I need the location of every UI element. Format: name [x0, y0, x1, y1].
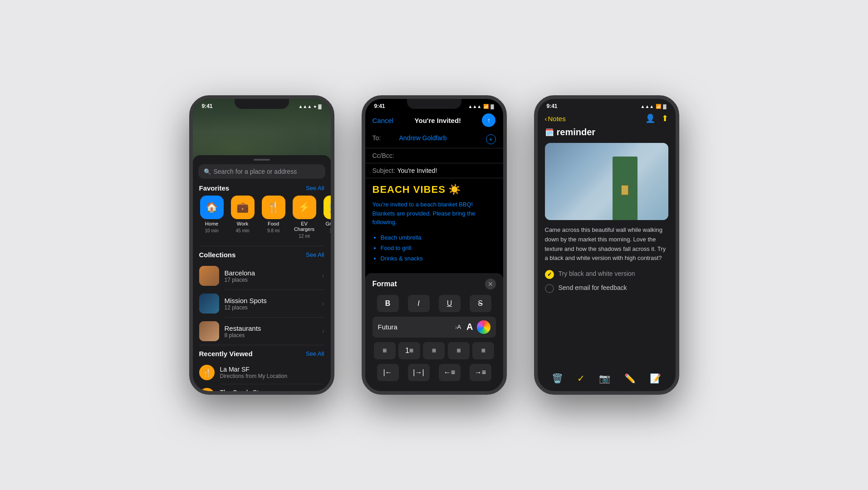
- color-picker-button[interactable]: [477, 320, 490, 334]
- panel-handle[interactable]: [254, 159, 270, 161]
- search-icon: 🔍: [204, 168, 211, 175]
- indent-left-button[interactable]: |←: [377, 364, 399, 381]
- ccbcc-label: Cc/Bcc:: [373, 152, 397, 159]
- collections-title: Collections: [199, 251, 236, 259]
- favorite-ev-chargers[interactable]: ⚡ EV Chargers 12 mi: [292, 196, 317, 239]
- cancel-button[interactable]: Cancel: [373, 117, 394, 124]
- beach-list-item-3: Drinks & snacks: [381, 253, 496, 264]
- ordered-list-button[interactable]: 1≡: [398, 342, 420, 359]
- ccbcc-field[interactable]: Cc/Bcc:: [365, 148, 503, 163]
- maps-panel: 🔍 Search for a place or address Favorite…: [193, 155, 331, 391]
- collection-barcelona[interactable]: Barcelona 17 places ›: [193, 262, 331, 289]
- subject-field[interactable]: Subject: You're Invited!: [365, 163, 503, 178]
- barcelona-thumb: [199, 266, 219, 286]
- la-mar-icon: 🍴: [199, 365, 215, 380]
- format-close-button[interactable]: ✕: [485, 279, 496, 289]
- search-placeholder: Search for a place or address: [214, 168, 297, 175]
- mail-body[interactable]: BEACH VIBES ☀️ You're invited to a beach…: [365, 178, 503, 270]
- italic-button[interactable]: I: [408, 295, 430, 312]
- strikethrough-button[interactable]: S: [470, 295, 491, 312]
- favorite-grocer[interactable]: 🛒 Grocer... 13 mi: [323, 196, 331, 239]
- collection-restaurants[interactable]: Restaurants 8 places ›: [193, 318, 331, 345]
- favorite-work[interactable]: 💼 Work 45 min: [230, 196, 255, 239]
- notes-status-time: 9:41: [547, 103, 558, 109]
- notes-back-label: Notes: [548, 115, 566, 122]
- subject-label: Subject:: [373, 167, 397, 174]
- note-title-area: 🗓️ reminder: [545, 127, 668, 137]
- collections-see-all[interactable]: See All: [306, 251, 324, 258]
- notes-status-bar: 9:41 ▲▲▲ 📶 ▓: [538, 99, 676, 112]
- notes-wifi-icon: 📶: [656, 104, 661, 109]
- indent-button[interactable]: →≡: [470, 364, 491, 381]
- align-justify-button[interactable]: ≡: [472, 342, 494, 359]
- ev-icon: ⚡: [293, 196, 316, 219]
- recent-candy-store[interactable]: 🍬 The Candy Store 1507 Vallejo St, San F…: [193, 384, 331, 391]
- more-icon[interactable]: 📝: [650, 373, 661, 384]
- mail-signal-icon: ▲▲▲: [468, 104, 482, 109]
- send-button[interactable]: ↑: [482, 113, 495, 127]
- collection-mission[interactable]: Mission Spots 12 places ›: [193, 290, 331, 317]
- window-detail: [621, 185, 628, 195]
- camera-icon[interactable]: 📷: [599, 373, 610, 384]
- align-center-button[interactable]: ≡: [423, 342, 445, 359]
- wifi-icon: ●: [314, 104, 316, 109]
- beach-list-item-1: Beach umbrella: [381, 232, 496, 243]
- sun-emoji: ☀️: [448, 184, 461, 196]
- collections-header: Collections See All: [193, 251, 331, 262]
- indent-right-button[interactable]: |→|: [408, 364, 430, 381]
- recently-viewed-header: Recently Viewed See All: [193, 350, 331, 361]
- underline-button[interactable]: U: [439, 295, 461, 312]
- mission-name: Mission Spots: [225, 297, 317, 304]
- notes-back-button[interactable]: ‹ Notes: [545, 115, 566, 122]
- favorite-home[interactable]: 🏠 Home 10 min: [199, 196, 225, 239]
- barcelona-count: 17 places: [225, 277, 317, 283]
- compose-icon[interactable]: ✏️: [624, 373, 636, 384]
- unordered-list-button[interactable]: ≡: [374, 342, 396, 359]
- add-recipient-button[interactable]: +: [486, 134, 496, 144]
- ev-label: EV Chargers: [292, 221, 317, 232]
- delete-icon[interactable]: 🗑️: [552, 373, 563, 384]
- grocer-sub: 13 mi: [329, 228, 330, 233]
- format-style-row: B I U S: [373, 295, 496, 312]
- notes-content: 🗓️ reminder Came across this beautiful w…: [538, 127, 676, 293]
- barcelona-name: Barcelona: [225, 269, 317, 277]
- barcelona-chevron: ›: [322, 272, 324, 280]
- favorite-food[interactable]: 🍴 Food 9.8 mi: [261, 196, 286, 239]
- grocer-icon: 🛒: [324, 196, 331, 219]
- notes-battery-icon: ▓: [663, 104, 666, 109]
- checked-icon[interactable]: [545, 270, 554, 279]
- to-field[interactable]: To: Andrew Goldfarb +: [365, 131, 503, 148]
- checklist-icon[interactable]: ✓: [577, 373, 585, 384]
- notes-share-person-icon[interactable]: 👤: [645, 113, 655, 123]
- mission-info: Mission Spots 12 places: [225, 297, 317, 311]
- notes-status-icons: ▲▲▲ 📶 ▓: [641, 104, 667, 109]
- mail-phone: 9:41 ▲▲▲ 📶 ▓ Cancel You're Invited! ↑ To…: [362, 95, 507, 395]
- status-time: 9:41: [202, 103, 213, 109]
- recently-see-all[interactable]: See All: [306, 350, 324, 357]
- restaurants-chevron: ›: [322, 327, 324, 335]
- maps-phone: 9:41 ▲▲▲ ● ▓ 🔍 Search for a place or add…: [189, 95, 334, 395]
- to-label: To:: [373, 134, 397, 142]
- notes-share-icon[interactable]: ⬆: [662, 113, 668, 123]
- favorites-title: Favorites: [199, 184, 230, 192]
- note-title: reminder: [557, 127, 596, 137]
- search-bar[interactable]: 🔍 Search for a place or address: [198, 164, 325, 179]
- format-title: Format: [373, 280, 397, 288]
- outdent-button[interactable]: ←≡: [439, 364, 461, 381]
- maps-screen: 9:41 ▲▲▲ ● ▓ 🔍 Search for a place or add…: [193, 99, 331, 391]
- mission-count: 12 places: [225, 304, 317, 311]
- align-right-button[interactable]: ≡: [448, 342, 470, 359]
- work-icon: 💼: [231, 196, 255, 219]
- mail-status-time: 9:41: [374, 103, 385, 109]
- signal-icon: ▲▲▲: [298, 104, 312, 109]
- font-size-small-button[interactable]: A: [457, 323, 461, 330]
- favorites-see-all[interactable]: See All: [306, 185, 324, 191]
- subject-value: You're Invited!: [397, 167, 437, 174]
- recent-la-mar[interactable]: 🍴 La Mar SF Directions from My Location: [193, 361, 331, 384]
- notes-toolbar: 🗑️ ✓ 📷 ✏️ 📝: [538, 373, 676, 384]
- format-panel-header: Format ✕: [373, 279, 496, 289]
- unchecked-icon[interactable]: [545, 284, 554, 293]
- bold-button[interactable]: B: [377, 295, 399, 312]
- format-panel: Format ✕ B I U S Futura › A A ≡ 1≡: [365, 273, 503, 391]
- font-size-large-button[interactable]: A: [466, 322, 473, 332]
